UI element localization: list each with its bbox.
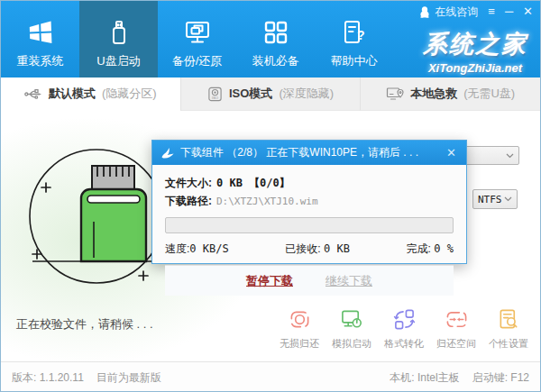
usb-drive-icon xyxy=(104,14,134,50)
brand-site: XiTongZhiJia.net xyxy=(423,61,527,75)
utility-toolbar: 无损归还 模拟启动 xyxy=(273,307,535,351)
chevron-down-icon xyxy=(504,196,512,202)
close-icon[interactable]: ✕ xyxy=(523,4,533,20)
received-label: 已接收: xyxy=(285,242,320,255)
speed-value: 0 KB/S xyxy=(189,242,228,255)
format-value: NTFS xyxy=(478,194,502,205)
nav-item-backup-restore[interactable]: 备份/还原 xyxy=(158,1,236,77)
brand-name: 系统之家 xyxy=(423,28,527,60)
svg-text:ISO: ISO xyxy=(212,96,219,100)
help-doc-icon: ? xyxy=(339,14,370,50)
done-value: 0 % xyxy=(434,242,454,255)
nav-item-help-center[interactable]: ? 帮助中心 xyxy=(315,1,393,77)
utility-label: 归还空间 xyxy=(436,337,476,351)
download-path-value: D:\XTZJ\XTJ10.wim xyxy=(216,196,318,207)
file-size-value: 0 KB 【0/0】 xyxy=(216,176,290,191)
format-dropdown[interactable]: NTFS xyxy=(472,189,518,209)
online-service-label: 在线咨询 xyxy=(435,5,478,20)
tab-sublabel: (隐藏分区) xyxy=(102,86,157,102)
main-nav: 重装系统 U盘启动 xyxy=(1,1,393,77)
checking-status-text: 正在校验文件，请稍候 . . . xyxy=(16,316,153,333)
minimize-icon[interactable]: ─ xyxy=(505,4,513,20)
qq-penguin-icon xyxy=(418,5,431,18)
tab-iso-mode[interactable]: ISO ISO模式(深度隐藏) xyxy=(180,77,361,111)
nav-label: 帮助中心 xyxy=(331,53,378,69)
backup-restore-icon xyxy=(182,14,213,50)
machine-text: 本机: Intel主板 xyxy=(390,370,459,386)
usb-symbol-icon xyxy=(24,87,42,101)
download-stats: 速度:0 KB/S 已接收: 0 KB 完成: 0 % xyxy=(165,242,454,257)
nav-item-essential-apps[interactable]: 装机必备 xyxy=(236,1,315,77)
local-rescue-icon xyxy=(386,87,404,101)
utility-label: 个性设置 xyxy=(489,337,528,351)
tab-label: 本地急救 xyxy=(410,86,457,102)
utility-personal-settings[interactable]: 个性设置 xyxy=(482,307,535,351)
utility-lossless-restore[interactable]: 无损归还 xyxy=(273,307,326,351)
utility-reclaim-space[interactable]: 归还空间 xyxy=(430,307,482,351)
online-service-button[interactable]: 在线咨询 xyxy=(418,5,478,20)
format-convert-icon xyxy=(393,307,416,332)
tab-sublabel: (无需U盘) xyxy=(463,86,515,102)
utility-format-convert[interactable]: 格式转化 xyxy=(378,307,430,351)
dialog-titlebar[interactable]: 下载组件 （2/8） 正在下载WIN10PE，请稍后 . . . ✕ xyxy=(152,141,466,165)
lossless-restore-icon xyxy=(289,307,311,332)
dialog-body: 文件大小: 0 KB 【0/0】 下载路径: D:\XTZJ\XTJ10.wim… xyxy=(152,165,466,296)
nav-label: 备份/还原 xyxy=(172,53,223,69)
nav-label: 重装系统 xyxy=(17,53,64,69)
brand-logo: 系统之家 XiTongZhiJia.net xyxy=(423,28,527,75)
swallow-bird-icon xyxy=(160,147,175,160)
nav-item-reinstall-system[interactable]: 重装系统 xyxy=(1,1,79,77)
download-dialog: 下载组件 （2/8） 正在下载WIN10PE，请稍后 . . . ✕ 文件大小:… xyxy=(151,140,467,264)
done-label: 完成: xyxy=(407,242,431,255)
nav-label: 装机必备 xyxy=(252,53,299,69)
pause-download-button[interactable]: 暂停下载 xyxy=(246,273,293,289)
received-value: 0 KB xyxy=(324,242,350,255)
tab-label: ISO模式 xyxy=(229,86,272,102)
personal-settings-icon xyxy=(498,307,520,332)
utility-label: 模拟启动 xyxy=(332,337,371,351)
chevron-down-icon xyxy=(506,153,514,159)
dialog-close-icon[interactable]: ✕ xyxy=(445,146,458,160)
dialog-title: 下载组件 （2/8） 正在下载WIN10PE，请稍后 . . . xyxy=(180,145,439,160)
nav-item-usb-boot[interactable]: U盘启动 xyxy=(79,1,158,77)
status-bar: 版本: 1.1.20.11 目前为最新版 本机: Intel主板 启动键: F1… xyxy=(1,361,540,392)
menu-icon[interactable]: ≡ xyxy=(488,4,495,20)
tab-label: 默认模式 xyxy=(49,86,96,102)
header: 重装系统 U盘启动 xyxy=(1,1,540,77)
utility-label: 无损归还 xyxy=(280,337,319,351)
tab-local-rescue[interactable]: 本地急救(无需U盘) xyxy=(360,77,540,111)
resume-download-button[interactable]: 继续下载 xyxy=(326,273,372,289)
download-progress-bar xyxy=(165,217,454,233)
usb-flash-drive-illustration xyxy=(23,142,170,292)
windows-logo-icon xyxy=(25,14,56,50)
bootkey-text: 启动键: F12 xyxy=(472,370,529,386)
file-size-label: 文件大小: xyxy=(165,176,212,191)
utility-label: 格式转化 xyxy=(384,337,424,351)
app-window: 重装系统 U盘启动 xyxy=(0,0,541,392)
download-path-label: 下载路径: xyxy=(165,194,212,209)
reclaim-space-icon xyxy=(445,307,468,332)
tab-default-mode[interactable]: 默认模式(隐藏分区) xyxy=(1,77,180,111)
utility-simulate-boot[interactable]: 模拟启动 xyxy=(326,307,378,351)
dialog-footer: 暂停下载 继续下载 xyxy=(165,265,454,296)
latest-version-text: 目前为最新版 xyxy=(96,370,161,386)
nav-label: U盘启动 xyxy=(96,53,140,69)
iso-disc-icon: ISO xyxy=(207,87,223,102)
apps-grid-icon xyxy=(261,14,291,50)
svg-text:?: ? xyxy=(357,28,365,42)
speed-label: 速度: xyxy=(165,242,189,255)
tab-sublabel: (深度隐藏) xyxy=(279,86,334,102)
version-text: 版本: 1.1.20.11 xyxy=(12,370,84,386)
simulate-boot-icon xyxy=(341,307,363,332)
mode-tabs: 默认模式(隐藏分区) ISO ISO模式(深度隐藏) 本地急救(无需U盘) xyxy=(1,77,540,111)
window-controls: 在线咨询 ≡ ─ ✕ xyxy=(418,4,533,20)
